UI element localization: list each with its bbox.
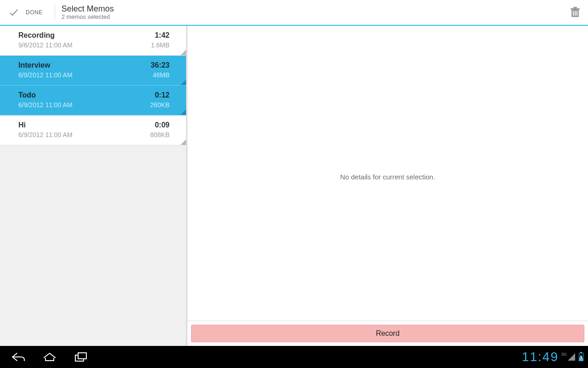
resize-triangle-icon <box>181 50 186 55</box>
memo-list-pane: Recording9/6/2012 11:00 AM1:421.6MBInter… <box>0 26 186 346</box>
resize-triangle-icon <box>181 80 186 85</box>
memo-name: Hi <box>18 120 73 130</box>
status-network-label: 3G <box>561 352 567 356</box>
recents-button[interactable] <box>70 346 92 368</box>
memo-duration: 0:09 <box>155 120 170 130</box>
memo-list[interactable]: Recording9/6/2012 11:00 AM1:421.6MBInter… <box>0 26 186 145</box>
battery-icon <box>579 353 583 361</box>
memo-size: 1.6MB <box>151 40 170 50</box>
memo-item[interactable]: Hi6/9/2012 11:00 AM0:09808KB <box>0 115 186 145</box>
check-icon <box>8 7 19 18</box>
actionbar-title: Select Memos <box>62 4 114 13</box>
svg-rect-4 <box>575 11 576 16</box>
memo-duration: 0:12 <box>155 90 170 100</box>
done-button[interactable]: DONE <box>0 0 51 25</box>
back-button[interactable] <box>7 346 29 368</box>
svg-rect-1 <box>571 8 580 10</box>
memo-size: 808KB <box>150 130 170 139</box>
resize-triangle-icon <box>181 139 186 145</box>
recents-icon <box>74 351 88 362</box>
memo-date: 9/6/2012 11:00 AM <box>18 40 73 50</box>
memo-name: Recording <box>18 30 73 40</box>
delete-button[interactable] <box>562 0 588 25</box>
record-button[interactable]: Record <box>191 325 584 342</box>
signal-icon <box>568 353 575 361</box>
resize-triangle-icon <box>181 109 186 115</box>
actionbar-divider <box>55 5 55 20</box>
memo-size: 46MB <box>153 70 170 80</box>
status-clock: 11:49 <box>522 350 559 364</box>
memo-duration: 1:42 <box>155 30 170 40</box>
svg-marker-8 <box>580 354 582 360</box>
memo-item[interactable]: Recording9/6/2012 11:00 AM1:421.6MB <box>0 26 186 56</box>
svg-rect-5 <box>577 11 577 16</box>
home-icon <box>42 351 57 362</box>
done-label: DONE <box>26 9 43 16</box>
actionbar-subtitle: 2 memos selected <box>62 13 114 21</box>
svg-rect-7 <box>78 353 86 359</box>
memo-date: 6/9/2012 11:00 AM <box>18 130 73 139</box>
memo-size: 260KB <box>150 100 170 109</box>
detail-pane: No details for current selection. Record <box>186 26 588 346</box>
memo-name: Todo <box>18 90 73 100</box>
memo-item[interactable]: Todo6/9/2012 11:00 AM0:12260KB <box>0 86 186 115</box>
memo-duration: 36:23 <box>151 60 170 70</box>
actionbar-title-area: Select Memos 2 memos selected <box>62 4 114 21</box>
memo-date: 6/9/2012 11:00 AM <box>18 100 73 109</box>
svg-rect-2 <box>573 7 577 8</box>
memo-name: Interview <box>18 60 73 70</box>
back-icon <box>11 351 26 362</box>
memo-date: 6/9/2012 11:00 AM <box>18 70 73 80</box>
home-button[interactable] <box>39 346 61 368</box>
memo-item[interactable]: Interview6/9/2012 11:00 AM36:2346MB <box>0 56 186 86</box>
svg-rect-3 <box>573 11 574 16</box>
trash-icon <box>570 7 580 18</box>
record-button-label: Record <box>376 329 400 338</box>
action-bar: DONE Select Memos 2 memos selected <box>0 0 588 26</box>
detail-empty-message: No details for current selection. <box>340 173 435 181</box>
android-nav-bar: 11:49 3G <box>0 346 588 368</box>
